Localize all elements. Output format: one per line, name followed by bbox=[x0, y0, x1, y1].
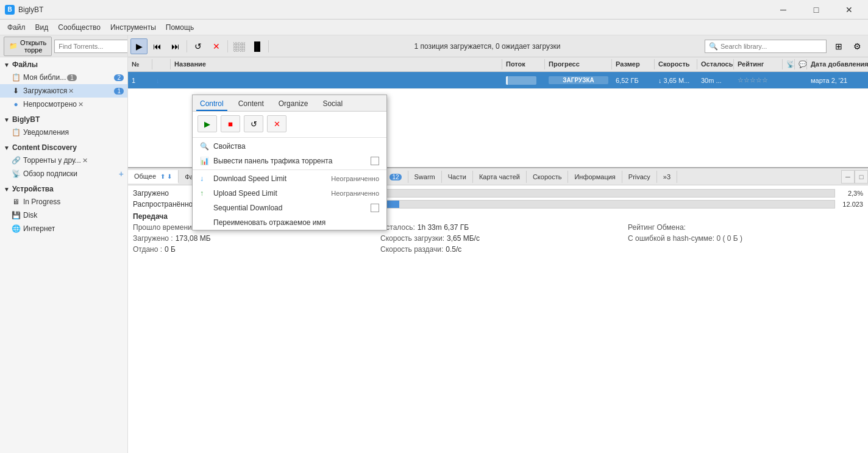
ctx-refresh-button[interactable]: ↺ bbox=[244, 115, 263, 132]
unseen-icon: ● bbox=[11, 99, 21, 109]
play-button[interactable]: ▶ bbox=[130, 38, 148, 54]
col-comment[interactable]: 💬 bbox=[795, 59, 807, 70]
unseen-close-icon[interactable]: ✕ bbox=[78, 101, 84, 109]
col-name[interactable]: Название bbox=[171, 59, 502, 70]
ctx-tab-control[interactable]: Control bbox=[196, 98, 227, 111]
col-progress[interactable]: Прогресс bbox=[545, 59, 612, 70]
traffic-label: Вывести панель трафика торрента bbox=[213, 157, 371, 165]
col-remaining[interactable]: Осталось bbox=[697, 59, 734, 70]
tab-info[interactable]: Информация bbox=[568, 171, 622, 183]
table-row[interactable]: 1 ↓ ЗАГРУЗКА 6,52 ГБ ↓ 3,65 М... 30m ...… bbox=[128, 72, 868, 89]
col-speed[interactable]: Скорость bbox=[655, 59, 697, 70]
sidebar-item-internet[interactable]: 🌐 Интернет bbox=[0, 222, 127, 235]
tab-piece-map[interactable]: Карта частей bbox=[473, 171, 527, 183]
tab-general-label: Общее bbox=[134, 173, 156, 180]
separator-1 bbox=[193, 137, 386, 138]
tab-pieces[interactable]: Части bbox=[442, 171, 473, 183]
sidebar-item-inprogress[interactable]: 🖥 In Progress bbox=[0, 195, 127, 209]
prev-button[interactable]: ⏮ bbox=[149, 38, 166, 54]
find-torrents-input[interactable] bbox=[54, 40, 128, 53]
menu-view[interactable]: Вид bbox=[30, 21, 54, 34]
elapsed-label: Прошло времени : bbox=[133, 223, 196, 232]
table-header: № Название Поток Прогресс Размер Скорост… bbox=[128, 57, 868, 72]
sequential-checkbox[interactable] bbox=[371, 204, 379, 212]
col-stream[interactable]: Поток bbox=[502, 59, 545, 70]
subscriptions-add-icon[interactable]: + bbox=[119, 169, 124, 179]
sidebar-header-devices[interactable]: ▼ Устройства bbox=[0, 183, 127, 195]
sidebar-item-subscriptions[interactable]: 📡 Обзор подписки + bbox=[0, 167, 127, 180]
sidebar-section-discovery: ▼ Content Discovery 🔗 Торренты у дру... … bbox=[0, 140, 127, 182]
maximize-button[interactable]: □ bbox=[802, 1, 830, 19]
library-icon: 📋 bbox=[11, 73, 21, 82]
peers-label: Торренты у дру... bbox=[23, 156, 81, 165]
tab-speed[interactable]: Скорость bbox=[527, 171, 569, 183]
settings-button[interactable]: ⚙ bbox=[848, 38, 866, 54]
menu-file[interactable]: Файл bbox=[2, 21, 30, 34]
tab-more[interactable]: »3 bbox=[657, 171, 677, 183]
upload-limit-value: Неограниченно bbox=[331, 190, 379, 197]
context-menu-tabs: Control Content Organize Social bbox=[193, 95, 386, 112]
ctx-rename-item[interactable]: Переименовать отражаемое имя bbox=[193, 215, 386, 230]
ctx-tab-social[interactable]: Social bbox=[319, 98, 346, 111]
sidebar-item-mylibrary[interactable]: 📋 Моя библи... 1 2 bbox=[0, 71, 127, 84]
dl-speed-value: 3,65 МБ/с bbox=[447, 234, 480, 243]
tab-general[interactable]: Общее ⬆ ⬇ bbox=[128, 170, 179, 184]
view-details-button[interactable]: ▐▌ bbox=[249, 38, 266, 54]
tab-swarm[interactable]: Swarm bbox=[408, 171, 442, 183]
view-list-button[interactable]: ░░ bbox=[230, 38, 247, 54]
sidebar-header-files[interactable]: ▼ Файлы bbox=[0, 59, 127, 71]
sidebar-header-discovery[interactable]: ▼ Content Discovery bbox=[0, 141, 127, 154]
next-button[interactable]: ⏭ bbox=[167, 38, 184, 54]
expand-button[interactable]: □ bbox=[855, 170, 868, 184]
uploaded-label: Отдано : bbox=[133, 245, 162, 254]
refresh-button[interactable]: ↺ bbox=[190, 38, 207, 54]
grid-view-button[interactable]: ⊞ bbox=[830, 38, 847, 54]
title-bar: B BiglyBT ─ □ ✕ bbox=[0, 0, 868, 20]
loaded-pct: 2,3% bbox=[839, 190, 863, 197]
window-controls: ─ □ ✕ bbox=[769, 1, 863, 19]
minimize-button[interactable]: ─ bbox=[769, 1, 797, 19]
stop-button[interactable]: ✕ bbox=[208, 38, 225, 54]
library-badge1: 1 bbox=[67, 74, 77, 81]
disk-icon: 💾 bbox=[11, 210, 21, 220]
menu-help[interactable]: Помощь bbox=[161, 21, 199, 34]
peers-close-icon[interactable]: ✕ bbox=[82, 157, 88, 165]
col-date[interactable]: Дата добавления bbox=[807, 59, 868, 70]
devices-section-label: Устройства bbox=[12, 185, 54, 193]
sidebar-item-peers[interactable]: 🔗 Торренты у дру... ✕ bbox=[0, 154, 127, 167]
open-torrent-button[interactable]: 📁 Открыть торре bbox=[4, 37, 52, 56]
close-button[interactable]: ✕ bbox=[835, 1, 863, 19]
ctx-properties-item[interactable]: 🔍 Свойства bbox=[193, 139, 386, 154]
cell-progress: ЗАГРУЗКА bbox=[545, 75, 612, 85]
ctx-tab-organize[interactable]: Organize bbox=[275, 98, 312, 111]
col-size[interactable]: Размер bbox=[612, 59, 655, 70]
downloading-close-icon[interactable]: ✕ bbox=[68, 87, 74, 95]
ctx-tab-content[interactable]: Content bbox=[235, 98, 268, 111]
menu-community[interactable]: Сообщество bbox=[53, 21, 105, 34]
files-section-label: Файлы bbox=[12, 60, 38, 69]
ctx-sequential-item[interactable]: Sequential Download bbox=[193, 201, 386, 215]
ctx-remove-button[interactable]: ✕ bbox=[267, 115, 286, 132]
ctx-traffic-item[interactable]: 📊 Вывести панель трафика торрента bbox=[193, 154, 386, 168]
ctx-download-limit-item[interactable]: ↓ Download Speed Limit Неограниченно bbox=[193, 171, 386, 186]
sidebar-item-unseen[interactable]: ● Непросмотрено ✕ bbox=[0, 98, 127, 111]
col-rss[interactable]: 📡 bbox=[783, 59, 795, 70]
ctx-stop-button[interactable]: ■ bbox=[221, 115, 240, 132]
folder-icon: 📁 bbox=[9, 42, 18, 50]
properties-icon: 🔍 bbox=[200, 142, 210, 151]
tab-privacy[interactable]: Privacy bbox=[622, 171, 657, 183]
traffic-checkbox[interactable] bbox=[371, 157, 379, 165]
info-uploaded: Отдано : 0 Б bbox=[133, 245, 368, 254]
sidebar-item-notifications[interactable]: 📋 Уведомления bbox=[0, 126, 127, 139]
sidebar-item-downloading[interactable]: ⬇ Загружаются ✕ 1 bbox=[0, 84, 127, 98]
collapse-button[interactable]: ─ bbox=[841, 170, 855, 184]
ctx-upload-limit-item[interactable]: ↑ Upload Speed Limit Неограниченно bbox=[193, 186, 386, 201]
col-num[interactable]: № bbox=[128, 59, 152, 70]
sidebar-header-biglybt[interactable]: ▼ BiglyBT bbox=[0, 113, 127, 126]
sidebar-item-disk[interactable]: 💾 Disk bbox=[0, 209, 127, 222]
col-rating[interactable]: Рейтинг bbox=[734, 59, 783, 70]
ctx-play-button[interactable]: ▶ bbox=[197, 115, 217, 132]
rename-label: Переименовать отражаемое имя bbox=[213, 218, 379, 227]
search-input[interactable] bbox=[720, 43, 822, 50]
menu-tools[interactable]: Инструменты bbox=[105, 21, 161, 34]
